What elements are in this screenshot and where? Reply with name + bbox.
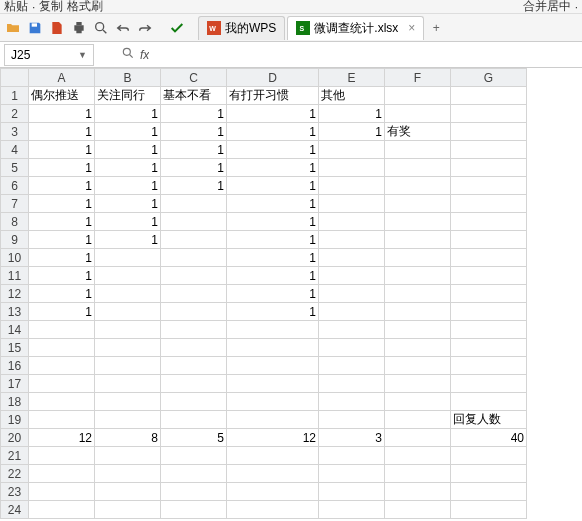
cell[interactable] bbox=[161, 375, 227, 393]
cell[interactable] bbox=[385, 249, 451, 267]
cell[interactable] bbox=[161, 231, 227, 249]
name-box[interactable]: J25 ▼ bbox=[4, 44, 94, 66]
cell[interactable] bbox=[385, 231, 451, 249]
cell[interactable] bbox=[451, 393, 527, 411]
row-header[interactable]: 19 bbox=[1, 411, 29, 429]
cell[interactable]: 1 bbox=[227, 195, 319, 213]
cell[interactable] bbox=[319, 375, 385, 393]
cell[interactable] bbox=[385, 447, 451, 465]
cell[interactable]: 1 bbox=[161, 123, 227, 141]
cell[interactable] bbox=[451, 483, 527, 501]
cell[interactable] bbox=[319, 303, 385, 321]
cell[interactable] bbox=[227, 321, 319, 339]
cell[interactable]: 有奖 bbox=[385, 123, 451, 141]
cell[interactable]: 1 bbox=[95, 213, 161, 231]
fx-label[interactable]: fx bbox=[140, 48, 149, 62]
cell[interactable]: 1 bbox=[161, 105, 227, 123]
cell[interactable] bbox=[227, 465, 319, 483]
cell[interactable] bbox=[29, 375, 95, 393]
pdf-icon[interactable] bbox=[48, 19, 66, 37]
cell[interactable]: 关注同行 bbox=[95, 87, 161, 105]
cell[interactable] bbox=[95, 321, 161, 339]
cell[interactable] bbox=[319, 159, 385, 177]
row-header[interactable]: 17 bbox=[1, 375, 29, 393]
cell[interactable] bbox=[29, 465, 95, 483]
row-header[interactable]: 6 bbox=[1, 177, 29, 195]
cell[interactable] bbox=[451, 87, 527, 105]
row-header[interactable]: 5 bbox=[1, 159, 29, 177]
cell[interactable] bbox=[95, 411, 161, 429]
cell[interactable] bbox=[161, 213, 227, 231]
cell[interactable] bbox=[29, 393, 95, 411]
cell[interactable] bbox=[319, 339, 385, 357]
cell[interactable] bbox=[29, 447, 95, 465]
fx-search-icon[interactable] bbox=[118, 46, 138, 63]
cell[interactable] bbox=[319, 465, 385, 483]
cell[interactable] bbox=[385, 501, 451, 519]
cell[interactable]: 1 bbox=[161, 159, 227, 177]
cell[interactable] bbox=[319, 357, 385, 375]
cell[interactable] bbox=[227, 393, 319, 411]
row-header[interactable]: 12 bbox=[1, 285, 29, 303]
cell[interactable] bbox=[95, 285, 161, 303]
cell[interactable] bbox=[385, 195, 451, 213]
row-header[interactable]: 3 bbox=[1, 123, 29, 141]
cell[interactable] bbox=[385, 285, 451, 303]
cell[interactable] bbox=[319, 141, 385, 159]
cell[interactable] bbox=[319, 177, 385, 195]
row-header[interactable]: 2 bbox=[1, 105, 29, 123]
cell[interactable] bbox=[385, 159, 451, 177]
cell[interactable] bbox=[95, 501, 161, 519]
cell[interactable]: 1 bbox=[161, 177, 227, 195]
cell[interactable] bbox=[385, 411, 451, 429]
cell[interactable]: 40 bbox=[451, 429, 527, 447]
cell[interactable] bbox=[95, 249, 161, 267]
close-icon[interactable]: × bbox=[408, 21, 415, 35]
cell[interactable] bbox=[319, 483, 385, 501]
cell[interactable] bbox=[161, 195, 227, 213]
cell[interactable] bbox=[451, 105, 527, 123]
cell[interactable] bbox=[451, 285, 527, 303]
cell[interactable] bbox=[385, 87, 451, 105]
cell[interactable] bbox=[319, 231, 385, 249]
cell[interactable]: 1 bbox=[29, 141, 95, 159]
col-header-F[interactable]: F bbox=[385, 69, 451, 87]
chevron-down-icon[interactable]: ▼ bbox=[78, 50, 87, 60]
cell[interactable]: 1 bbox=[95, 123, 161, 141]
col-header-E[interactable]: E bbox=[319, 69, 385, 87]
cell[interactable] bbox=[95, 465, 161, 483]
cell[interactable]: 1 bbox=[227, 105, 319, 123]
cell[interactable]: 1 bbox=[29, 285, 95, 303]
cell[interactable] bbox=[161, 285, 227, 303]
cell[interactable] bbox=[385, 177, 451, 195]
cell[interactable]: 5 bbox=[161, 429, 227, 447]
cell[interactable] bbox=[451, 267, 527, 285]
cell[interactable]: 3 bbox=[319, 429, 385, 447]
row-header[interactable]: 10 bbox=[1, 249, 29, 267]
cell[interactable] bbox=[385, 357, 451, 375]
cell[interactable] bbox=[319, 411, 385, 429]
row-header[interactable]: 7 bbox=[1, 195, 29, 213]
cell[interactable] bbox=[451, 465, 527, 483]
cell[interactable] bbox=[29, 357, 95, 375]
cell[interactable]: 其他 bbox=[319, 87, 385, 105]
check-icon[interactable] bbox=[168, 19, 186, 37]
menu-merge[interactable]: 合并居中 bbox=[523, 0, 571, 14]
cell[interactable]: 偶尔推送 bbox=[29, 87, 95, 105]
cell[interactable] bbox=[385, 465, 451, 483]
row-header[interactable]: 1 bbox=[1, 87, 29, 105]
undo-icon[interactable] bbox=[114, 19, 132, 37]
cell[interactable] bbox=[451, 231, 527, 249]
cell[interactable] bbox=[319, 447, 385, 465]
cell[interactable] bbox=[451, 303, 527, 321]
cell[interactable] bbox=[385, 213, 451, 231]
cell[interactable] bbox=[385, 267, 451, 285]
tab-wps-home[interactable]: W 我的WPS bbox=[198, 16, 285, 40]
cell[interactable]: 1 bbox=[319, 123, 385, 141]
cell[interactable] bbox=[227, 483, 319, 501]
cell[interactable] bbox=[319, 267, 385, 285]
cell[interactable]: 1 bbox=[29, 303, 95, 321]
cell[interactable]: 1 bbox=[319, 105, 385, 123]
cell[interactable] bbox=[385, 321, 451, 339]
row-header[interactable]: 11 bbox=[1, 267, 29, 285]
